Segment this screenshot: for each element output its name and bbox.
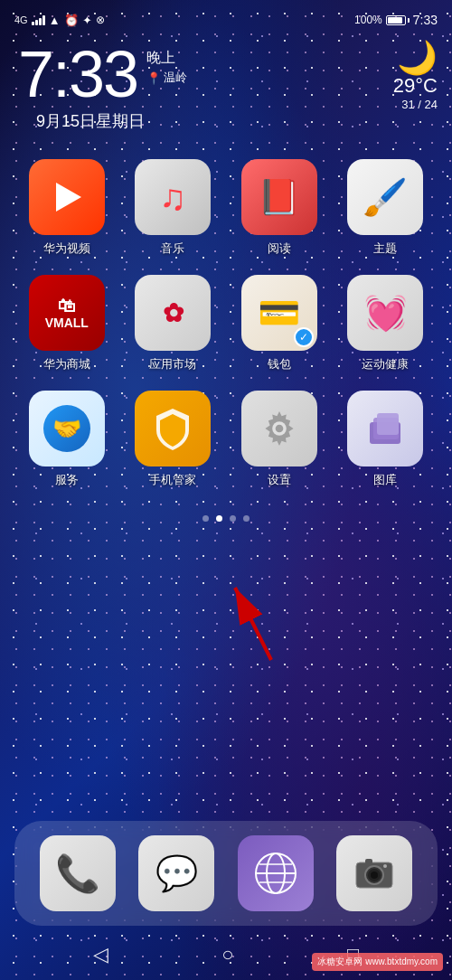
- app-music[interactable]: ♫ 音乐: [125, 159, 222, 257]
- wallet-badge: ✓: [294, 327, 314, 347]
- app-theme-label: 主题: [373, 240, 397, 257]
- vmall-bag-icon: 🛍: [58, 296, 76, 316]
- app-gallery-label: 图库: [373, 472, 397, 488]
- dock-messages[interactable]: 💬: [132, 835, 222, 911]
- svg-marker-0: [56, 183, 81, 212]
- svg-line-8: [235, 588, 271, 660]
- wallet-card-icon: 💳: [258, 293, 300, 333]
- video-play-icon: [47, 177, 87, 217]
- dock-messages-icon: 💬: [138, 835, 214, 911]
- bar2: [35, 20, 38, 25]
- bar3: [39, 18, 42, 25]
- app-gallery-icon: [347, 391, 423, 466]
- watermark-text: 冰糖安卓网 www.btxtdmy.com: [317, 956, 438, 966]
- status-left: 4G ▲ ⏰ ✦ ⊗: [14, 14, 105, 27]
- app-settings-label: 设置: [268, 472, 291, 488]
- weather-range: 31 / 24: [393, 98, 438, 111]
- service-hand-icon: 🤝: [52, 415, 81, 443]
- signal2-icon: ⊗: [96, 14, 105, 26]
- watermark: 冰糖安卓网 www.btxtdmy.com: [312, 953, 443, 971]
- app-wallet[interactable]: 💳 ✓ 钱包: [231, 275, 328, 372]
- app-theme[interactable]: 🖌️ 主题: [337, 159, 435, 257]
- alarm-icon: ⏰: [64, 14, 79, 27]
- svg-point-18: [371, 872, 378, 879]
- gallery-layers-icon: [363, 406, 408, 451]
- camera-lens-icon: [351, 850, 398, 897]
- dock-camera[interactable]: [330, 835, 420, 911]
- huawei-logo-icon: ✿: [163, 298, 184, 328]
- clock-date: 9月15日星期日: [18, 107, 434, 132]
- clock-meta: 晚上 📍 温岭: [146, 42, 187, 86]
- shield-icon: [149, 405, 196, 452]
- signal-bars: [32, 14, 45, 25]
- globe-icon: [252, 850, 299, 897]
- dock-browser-icon: [238, 835, 314, 911]
- bar1: [32, 22, 34, 25]
- health-heart-icon: 💓: [364, 293, 407, 333]
- page-dots: [0, 515, 452, 522]
- bar4: [42, 15, 45, 25]
- app-video-label: 华为视频: [43, 240, 90, 257]
- app-vmall-icon: 🛍 VMALL: [29, 275, 105, 351]
- app-appmarket-icon: ✿: [135, 275, 211, 351]
- message-bubble-icon: 💬: [155, 853, 198, 893]
- screen: 4G ▲ ⏰ ✦ ⊗ 100% 7:33 7:33: [0, 0, 452, 980]
- app-wallet-icon: 💳 ✓: [241, 275, 317, 351]
- status-time: 7:33: [413, 13, 438, 27]
- app-service-icon: 🤝: [29, 391, 105, 466]
- app-read-icon: 📕: [241, 159, 317, 235]
- app-service-label: 服务: [55, 472, 79, 488]
- phone-handset-icon: 📞: [55, 853, 100, 895]
- app-vmall-label: 华为商城: [43, 356, 90, 372]
- arrow-annotation: [217, 561, 289, 673]
- dock-phone[interactable]: 📞: [33, 835, 123, 911]
- dock-camera-icon: [336, 835, 412, 911]
- svg-point-3: [275, 425, 283, 433]
- app-manager-label: 手机管家: [149, 472, 196, 488]
- location-icon: 📍: [146, 71, 161, 85]
- clock-row: 7:33 晚上 📍 温岭: [18, 42, 434, 107]
- clock-ampm: 晚上: [146, 49, 187, 68]
- app-health-icon: 💓: [347, 275, 423, 351]
- app-settings[interactable]: 设置: [231, 391, 328, 488]
- dock: 📞 💬: [14, 821, 438, 926]
- app-video[interactable]: 华为视频: [18, 159, 116, 257]
- back-button[interactable]: ◁: [93, 943, 108, 966]
- app-gallery[interactable]: 图库: [337, 391, 435, 488]
- battery-body: [386, 15, 406, 25]
- app-theme-icon: 🖌️: [347, 159, 423, 235]
- app-service[interactable]: 🤝 服务: [18, 391, 116, 488]
- battery-icon: [386, 15, 410, 25]
- vmall-text: VMALL: [45, 316, 89, 330]
- status-bar: 4G ▲ ⏰ ✦ ⊗ 100% 7:33: [0, 0, 452, 33]
- theme-brush-icon: 🖌️: [363, 176, 408, 219]
- weather-temp: 29°C: [393, 74, 438, 98]
- music-note-icon: ♫: [159, 177, 186, 218]
- app-appmarket[interactable]: ✿ 应用市场: [125, 275, 222, 372]
- home-button[interactable]: ○: [221, 943, 233, 966]
- signal-icon: 4G: [14, 14, 28, 25]
- app-settings-icon: [241, 391, 317, 466]
- dock-browser[interactable]: [231, 835, 321, 911]
- clock-time: 7:33: [18, 42, 137, 107]
- app-video-icon: [29, 159, 105, 235]
- app-manager-icon: [135, 391, 211, 466]
- red-arrow-icon: [217, 561, 289, 669]
- svg-rect-6: [377, 413, 399, 435]
- app-appmarket-label: 应用市场: [149, 356, 196, 372]
- app-health[interactable]: 💓 运动健康: [337, 275, 435, 372]
- svg-rect-19: [365, 859, 372, 864]
- app-manager[interactable]: 手机管家: [125, 391, 222, 488]
- app-grid: 华为视频 ♫ 音乐 📕 阅读 🖌️ 主题 🛍 VMALL: [0, 132, 452, 488]
- app-read[interactable]: 📕 阅读: [231, 159, 328, 257]
- weather-area: 🌙 29°C 31 / 24: [393, 42, 438, 111]
- dock-phone-icon: 📞: [40, 835, 116, 911]
- battery-tip: [408, 18, 410, 23]
- app-health-label: 运动健康: [362, 356, 409, 372]
- dot-2-active: [216, 515, 222, 522]
- app-wallet-label: 钱包: [268, 356, 291, 372]
- app-music-icon: ♫: [135, 159, 211, 235]
- weather-moon-icon: 🌙: [393, 42, 438, 74]
- app-vmall[interactable]: 🛍 VMALL 华为商城: [18, 275, 116, 372]
- dot-4: [243, 515, 250, 522]
